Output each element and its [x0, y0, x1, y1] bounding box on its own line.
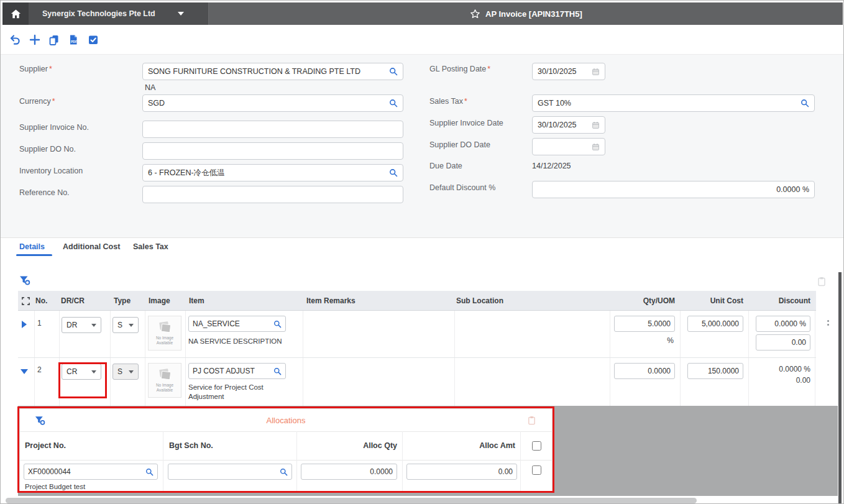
- qty-field[interactable]: [614, 363, 675, 379]
- default-discount-field[interactable]: [532, 181, 815, 198]
- item-field[interactable]: [188, 316, 286, 332]
- alloc-select-all-checkbox[interactable]: [532, 441, 541, 451]
- sales-tax-input[interactable]: [538, 99, 800, 108]
- qty-input[interactable]: [618, 319, 671, 328]
- inventory-location-label: Inventory Location: [19, 167, 83, 175]
- project-no-input[interactable]: [28, 467, 145, 476]
- post-button[interactable]: [86, 33, 100, 47]
- required-marker: *: [52, 97, 55, 106]
- col-header-drcr: DR/CR: [61, 296, 85, 305]
- bgt-sch-no-input[interactable]: [172, 467, 280, 476]
- save-pdf-button[interactable]: PDF: [67, 33, 80, 47]
- search-icon[interactable]: [389, 168, 398, 177]
- add-button[interactable]: [28, 33, 42, 47]
- chevron-down-icon: [91, 370, 96, 373]
- col-header-unit-cost: Unit Cost: [680, 296, 743, 305]
- discount-pct-field[interactable]: [756, 316, 810, 332]
- alloc-row-checkbox[interactable]: [532, 465, 541, 475]
- reference-no-input[interactable]: [148, 190, 398, 199]
- search-icon[interactable]: [273, 367, 282, 375]
- type-dropdown[interactable]: S: [112, 317, 139, 333]
- item-input[interactable]: [193, 319, 273, 328]
- discount-pct-input[interactable]: [760, 319, 806, 328]
- alloc-amt-input[interactable]: [411, 467, 513, 476]
- unit-cost-field[interactable]: [687, 363, 743, 379]
- search-icon[interactable]: [389, 67, 398, 76]
- item-field[interactable]: [188, 363, 286, 379]
- type-value: S: [117, 321, 122, 329]
- calendar-icon[interactable]: [592, 68, 600, 76]
- gl-posting-date-field[interactable]: [532, 63, 605, 80]
- search-icon[interactable]: [389, 99, 398, 108]
- grid-settings-button[interactable]: [19, 274, 31, 286]
- expand-grid-button[interactable]: [21, 296, 30, 306]
- undo-button[interactable]: [8, 33, 22, 47]
- tab-sales-tax[interactable]: Sales Tax: [133, 242, 168, 251]
- horizontal-scrollbar-thumb[interactable]: [6, 498, 697, 503]
- alloc-qty-field[interactable]: [301, 464, 397, 480]
- row-drag-handle[interactable]: [827, 320, 829, 326]
- company-selector[interactable]: Synergix Technologies Pte Ltd: [29, 2, 209, 25]
- search-icon[interactable]: [145, 468, 154, 476]
- vertical-scrollbar[interactable]: [838, 272, 842, 503]
- supplier-do-no-input[interactable]: [148, 147, 398, 155]
- supplier-invoice-date-input[interactable]: [538, 121, 592, 129]
- discount-pct-value: 0.0000 %: [748, 365, 810, 373]
- discount-amt-input[interactable]: [760, 338, 806, 347]
- supplier-invoice-no-input[interactable]: [148, 125, 398, 134]
- supplier-do-date-field[interactable]: [532, 138, 605, 155]
- alloc-amt-field[interactable]: [406, 464, 517, 480]
- item-input[interactable]: [193, 367, 273, 375]
- item-image-placeholder[interactable]: No Image Available: [148, 363, 181, 398]
- reference-no-field[interactable]: [142, 186, 403, 203]
- type-dropdown[interactable]: S: [112, 364, 139, 380]
- unit-cost-input[interactable]: [692, 319, 739, 328]
- favorite-star-icon[interactable]: [470, 9, 480, 19]
- drcr-dropdown[interactable]: DR: [62, 317, 101, 333]
- qty-input[interactable]: [618, 367, 671, 375]
- tab-details[interactable]: Details: [19, 242, 45, 251]
- alloc-col-bgt-sch-no: Bgt Sch No.: [169, 441, 213, 450]
- discount-amt-field[interactable]: [756, 334, 810, 351]
- row-expander-collapsed-icon[interactable]: [22, 321, 27, 328]
- item-image-placeholder[interactable]: No Image Available: [148, 316, 181, 351]
- tab-additional-cost[interactable]: Additional Cost: [63, 242, 120, 251]
- sales-tax-label: Sales Tax*: [429, 97, 467, 106]
- supplier-field[interactable]: [142, 63, 403, 80]
- search-icon[interactable]: [273, 320, 282, 328]
- alloc-qty-input[interactable]: [305, 467, 393, 476]
- drcr-dropdown[interactable]: CR: [62, 364, 101, 380]
- drcr-value: DR: [67, 321, 77, 329]
- default-discount-input[interactable]: [538, 185, 809, 194]
- currency-input[interactable]: [148, 99, 389, 108]
- search-icon[interactable]: [280, 468, 288, 476]
- unit-cost-input[interactable]: [692, 367, 739, 375]
- supplier-do-date-input[interactable]: [538, 142, 592, 151]
- search-icon[interactable]: [800, 99, 809, 108]
- supplier-invoice-date-label: Supplier Invoice Date: [429, 119, 503, 127]
- sales-tax-field[interactable]: [532, 94, 815, 112]
- gl-posting-date-input[interactable]: [538, 67, 592, 76]
- home-button[interactable]: [2, 2, 29, 25]
- drcr-value: CR: [67, 367, 77, 376]
- row-expander-expanded-icon[interactable]: [21, 369, 28, 374]
- supplier-input[interactable]: [148, 67, 389, 76]
- default-discount-label: Default Discount %: [429, 183, 495, 192]
- clipboard-icon: [817, 277, 827, 286]
- calendar-icon[interactable]: [592, 143, 600, 151]
- supplier-invoice-date-field[interactable]: [532, 116, 605, 134]
- qty-field[interactable]: [614, 316, 675, 332]
- inventory-location-field[interactable]: [142, 164, 403, 181]
- inventory-location-input[interactable]: [148, 168, 389, 177]
- grid-toolbar: [1, 257, 844, 291]
- project-no-field[interactable]: [24, 464, 158, 480]
- supplier-invoice-no-field[interactable]: [142, 121, 403, 138]
- calendar-icon[interactable]: [592, 121, 600, 129]
- unit-cost-field[interactable]: [687, 316, 743, 332]
- ap-invoice-window: Synergix Technologies Pte Ltd AP Invoice…: [0, 0, 844, 504]
- bgt-sch-no-field[interactable]: [168, 464, 292, 480]
- copy-button[interactable]: [47, 33, 61, 47]
- supplier-do-no-field[interactable]: [142, 142, 403, 160]
- currency-field[interactable]: [142, 94, 403, 112]
- grid-row-2: 2 CR S No Image Available Service for Pr…: [18, 358, 816, 406]
